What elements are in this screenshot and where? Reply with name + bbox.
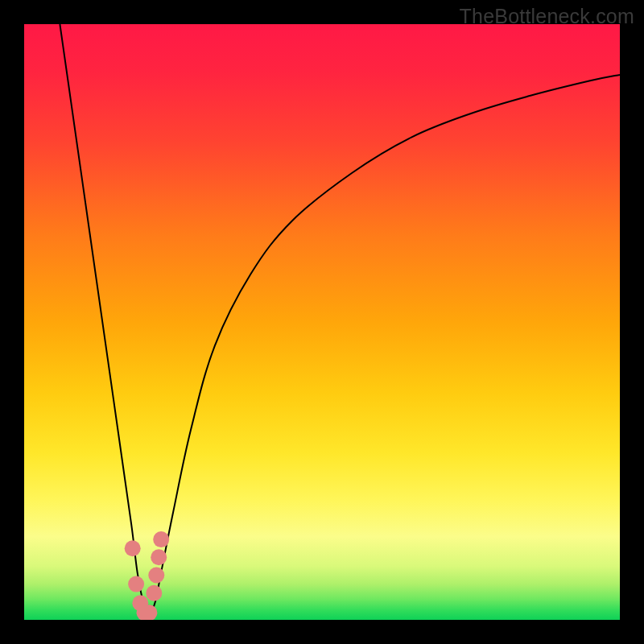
watermark-text: TheBottleneck.com — [460, 5, 634, 28]
chart-frame: TheBottleneck.com — [0, 0, 644, 644]
highlight-marker — [153, 531, 169, 547]
highlight-marker — [151, 549, 167, 565]
highlight-markers — [125, 531, 170, 620]
highlight-marker — [148, 568, 164, 584]
highlight-marker — [146, 585, 162, 601]
highlight-marker — [125, 540, 141, 556]
highlight-marker — [128, 576, 144, 592]
plot-area — [24, 24, 620, 620]
bottleneck-curve — [60, 24, 620, 614]
curve-layer — [24, 24, 620, 620]
